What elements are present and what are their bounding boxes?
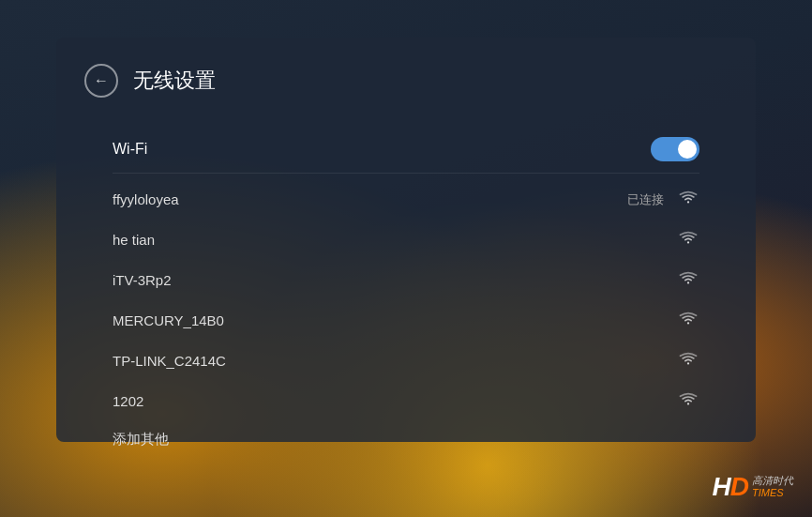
watermark: HD 高清时代 TIMES xyxy=(713,472,793,502)
network-item[interactable]: 1202 xyxy=(113,381,699,421)
times-text: 高清时代 TIMES xyxy=(752,475,793,499)
wifi-label: Wi-Fi xyxy=(113,141,147,158)
back-button[interactable]: ← xyxy=(84,64,118,98)
network-right xyxy=(677,269,699,291)
wifi-signal-icon xyxy=(677,350,699,372)
network-item[interactable]: iTV-3Rp2 xyxy=(113,260,699,300)
panel-header: ← 无线设置 xyxy=(56,38,756,116)
wifi-signal-icon xyxy=(677,269,699,291)
network-right xyxy=(677,229,699,251)
network-name: MERCURY_14B0 xyxy=(113,312,224,328)
wifi-signal-icon xyxy=(677,189,699,210)
network-right xyxy=(677,350,699,372)
wifi-signal-icon xyxy=(677,390,699,412)
network-right: 已连接 xyxy=(627,189,699,210)
network-name: ffyyloloyea xyxy=(113,191,179,207)
network-item[interactable]: ffyyloloyea已连接 xyxy=(113,179,699,220)
back-icon: ← xyxy=(94,72,109,89)
add-other-button[interactable]: 添加其他 xyxy=(113,421,699,458)
page-title: 无线设置 xyxy=(133,67,216,95)
connected-text: 已连接 xyxy=(627,191,664,208)
settings-content: Wi-Fi ffyyloloyea已连接 he tian iTV-3Rp2 ME… xyxy=(56,116,756,477)
network-right xyxy=(677,310,699,331)
hd-logo: HD xyxy=(713,472,748,502)
network-right xyxy=(677,390,699,412)
network-item[interactable]: MERCURY_14B0 xyxy=(113,300,699,341)
network-list: ffyyloloyea已连接 he tian iTV-3Rp2 MERCURY_… xyxy=(113,179,699,421)
wifi-signal-icon xyxy=(677,310,699,331)
network-name: he tian xyxy=(113,232,155,248)
network-item[interactable]: he tian xyxy=(113,220,699,260)
network-name: iTV-3Rp2 xyxy=(113,272,172,288)
network-name: 1202 xyxy=(113,393,143,409)
wifi-toggle-row: Wi-Fi xyxy=(113,126,699,174)
network-item[interactable]: TP-LINK_C2414C xyxy=(113,341,699,381)
settings-panel: ← 无线设置 Wi-Fi ffyyloloyea已连接 he tian iTV-… xyxy=(56,38,756,442)
wifi-signal-icon xyxy=(677,229,699,251)
wifi-toggle[interactable] xyxy=(651,137,699,161)
network-name: TP-LINK_C2414C xyxy=(113,353,226,369)
